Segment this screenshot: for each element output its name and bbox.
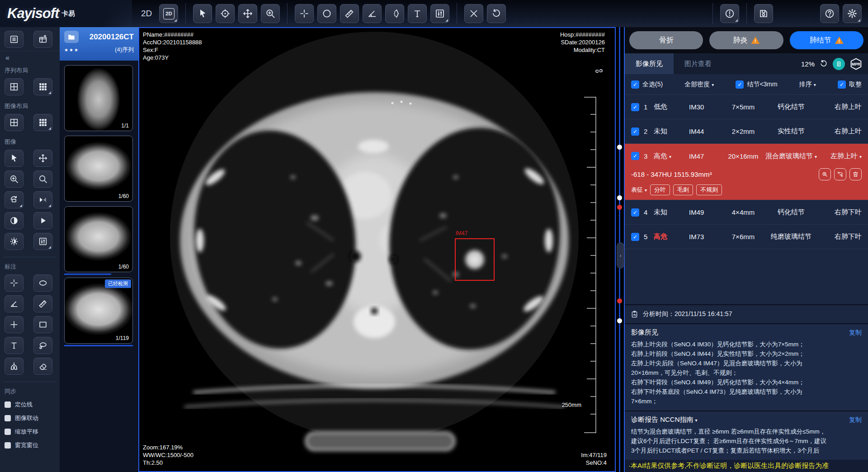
sync-option-localizer[interactable]: 定位线 bbox=[0, 398, 60, 411]
select-button[interactable] bbox=[5, 150, 24, 167]
subtab-image-view[interactable]: 图片查看 bbox=[674, 53, 722, 74]
checkbox-unchecked[interactable] bbox=[5, 429, 11, 435]
trait-dropdown[interactable]: 表征 bbox=[631, 186, 647, 194]
point-annotate-button[interactable] bbox=[5, 316, 24, 333]
clear-annotations-button[interactable] bbox=[464, 4, 483, 23]
nodule-marker-active[interactable] bbox=[617, 298, 622, 303]
help-button[interactable] bbox=[820, 4, 839, 23]
localize-tool-button[interactable] bbox=[216, 4, 235, 23]
checkbox-unchecked[interactable] bbox=[5, 415, 11, 421]
refresh-icon[interactable] bbox=[819, 59, 828, 68]
zoom-tool-button[interactable] bbox=[261, 4, 280, 23]
checkbox-unchecked[interactable] bbox=[5, 401, 11, 408]
compare-nodule-button[interactable] bbox=[834, 168, 846, 180]
checkbox-checked[interactable] bbox=[631, 80, 639, 89]
ellipse-annotate-button[interactable] bbox=[33, 274, 52, 292]
ruler-tool-button[interactable] bbox=[340, 4, 359, 23]
close-panel-button[interactable] bbox=[33, 31, 52, 48]
window-preset-button[interactable] bbox=[33, 233, 52, 250]
sync-option-image-link[interactable]: 图像联动 bbox=[0, 411, 60, 425]
magnify-button[interactable] bbox=[33, 170, 52, 188]
cobb-angle-tool-button[interactable] bbox=[385, 4, 404, 23]
angle-tool-button[interactable] bbox=[363, 4, 382, 23]
risk-level-dropdown[interactable]: 高危 bbox=[654, 152, 689, 160]
series-grid-2x2-button[interactable] bbox=[5, 78, 24, 95]
tab-pneumonia[interactable]: 肺炎 bbox=[709, 31, 783, 49]
lung-segment-button[interactable] bbox=[5, 358, 24, 375]
series-thumbnail-scout[interactable]: 1/1 bbox=[64, 65, 133, 131]
crosshair-annotate-button[interactable] bbox=[5, 274, 24, 292]
brightness-button[interactable] bbox=[5, 233, 24, 250]
flip-button[interactable] bbox=[33, 191, 52, 208]
ellipse-tool-button[interactable] bbox=[317, 4, 336, 23]
nodule-marker[interactable] bbox=[617, 318, 622, 323]
alert-info-button[interactable] bbox=[720, 4, 739, 23]
small-nodule-checkbox[interactable]: 结节<3mm bbox=[736, 80, 777, 89]
eraser-button[interactable] bbox=[33, 358, 52, 375]
panel-expand-handle[interactable] bbox=[617, 242, 624, 269]
tab-lung-nodule[interactable]: 肺结节 bbox=[790, 31, 863, 49]
lasso-annotate-button[interactable] bbox=[33, 337, 52, 354]
study-header[interactable]: 20200126CT ★★★ (4)序列 bbox=[60, 27, 138, 61]
ruler-annotate-button[interactable] bbox=[33, 295, 52, 312]
image-grid-3x3-button[interactable] bbox=[33, 114, 52, 131]
nodule-marker-active[interactable] bbox=[617, 205, 622, 210]
sync-option-zoom-pan[interactable]: 缩放平移 bbox=[0, 425, 60, 439]
report-chat-button[interactable] bbox=[833, 58, 845, 70]
nodule-marker[interactable] bbox=[617, 195, 622, 200]
rotate-button[interactable] bbox=[5, 191, 24, 208]
pan-button[interactable] bbox=[33, 150, 52, 167]
checkbox-checked[interactable] bbox=[838, 80, 846, 89]
series-thumbnail-axial-2[interactable]: 1/60 bbox=[64, 206, 133, 272]
magnify-nodule-button[interactable] bbox=[819, 168, 831, 180]
sort-dropdown[interactable]: 排序 bbox=[799, 80, 816, 89]
subtab-findings[interactable]: 影像所见 bbox=[625, 53, 674, 74]
rectangle-annotate-button[interactable] bbox=[33, 316, 52, 333]
checkbox-checked[interactable] bbox=[631, 103, 639, 111]
image-grid-2x2-button[interactable] bbox=[5, 114, 24, 131]
invert-button[interactable] bbox=[5, 212, 24, 229]
text-annotate-button[interactable] bbox=[5, 337, 24, 354]
nodule-marker[interactable] bbox=[617, 145, 622, 150]
series-grid-3x3-button[interactable] bbox=[33, 78, 52, 95]
save-button[interactable] bbox=[754, 4, 773, 23]
nodule-location-dropdown[interactable]: 左肺上叶 bbox=[817, 152, 862, 160]
reset-view-button[interactable] bbox=[487, 4, 506, 23]
checkbox-checked[interactable] bbox=[631, 127, 639, 136]
series-thumbnail-axial-1[interactable]: 1/60 bbox=[64, 136, 133, 202]
series-list-button[interactable] bbox=[5, 31, 24, 48]
density-dropdown[interactable]: 全部密度 bbox=[684, 80, 714, 89]
collapse-sidebar-button[interactable] bbox=[0, 51, 60, 62]
nodule-type-dropdown[interactable]: 混合磨玻璃结节 bbox=[765, 152, 817, 160]
tab-fracture[interactable]: 骨折 bbox=[629, 31, 703, 49]
nodule-row-1[interactable]: 1 低危 IM30 7×5mm 钙化结节 右肺上叶 bbox=[625, 95, 868, 119]
checkbox-unchecked[interactable] bbox=[5, 442, 11, 448]
pan-tool-button[interactable] bbox=[238, 4, 257, 23]
checkbox-checked[interactable] bbox=[736, 80, 744, 89]
checkbox-checked[interactable] bbox=[631, 208, 639, 217]
copy-report-button[interactable]: 复制 bbox=[849, 416, 862, 424]
checkbox-checked[interactable] bbox=[631, 233, 639, 241]
copy-findings-button[interactable]: 复制 bbox=[849, 329, 862, 337]
nodule-row-5[interactable]: 5 高危 IM73 7×6mm 纯磨玻璃结节 右肺下叶 bbox=[625, 225, 868, 249]
round-checkbox[interactable]: 取整 bbox=[838, 80, 862, 89]
nodule-row-3-selected[interactable]: 3 高危 IM47 20×16mm 混合磨玻璃结节 左肺上叶 bbox=[625, 144, 868, 168]
select-tool-button[interactable] bbox=[193, 4, 212, 23]
nodule-row-4[interactable]: 4 未知 IM49 4×4mm 钙化结节 右肺下叶 bbox=[625, 200, 868, 225]
ct-viewport[interactable]: IM47 PName:######### AccNO:202101158888 … bbox=[138, 27, 616, 472]
crosshair-tool-button[interactable] bbox=[295, 4, 314, 23]
series-thumbnail-axial-3[interactable]: 已经检测 1/119 bbox=[64, 278, 133, 344]
settings-button[interactable] bbox=[843, 4, 862, 23]
ct-axial-image[interactable]: IM47 bbox=[139, 28, 615, 471]
layout-2d-button[interactable]: 2D bbox=[159, 4, 178, 23]
trait-tag[interactable]: 分叶 bbox=[650, 184, 670, 195]
report-title-dropdown[interactable]: 诊断报告 NCCN指南 bbox=[631, 415, 698, 424]
cine-play-button[interactable] bbox=[33, 212, 52, 229]
trait-tag[interactable]: 毛刺 bbox=[673, 184, 693, 195]
nodule-row-2[interactable]: 2 未知 IM44 2×2mm 实性结节 右肺上叶 bbox=[625, 119, 868, 144]
zoom-in-button[interactable] bbox=[5, 170, 24, 188]
folder-button[interactable] bbox=[64, 31, 79, 43]
trait-tag[interactable]: 不规则 bbox=[696, 184, 722, 195]
mpr-button[interactable]: MPR bbox=[849, 57, 863, 71]
delete-nodule-button[interactable] bbox=[849, 168, 862, 180]
